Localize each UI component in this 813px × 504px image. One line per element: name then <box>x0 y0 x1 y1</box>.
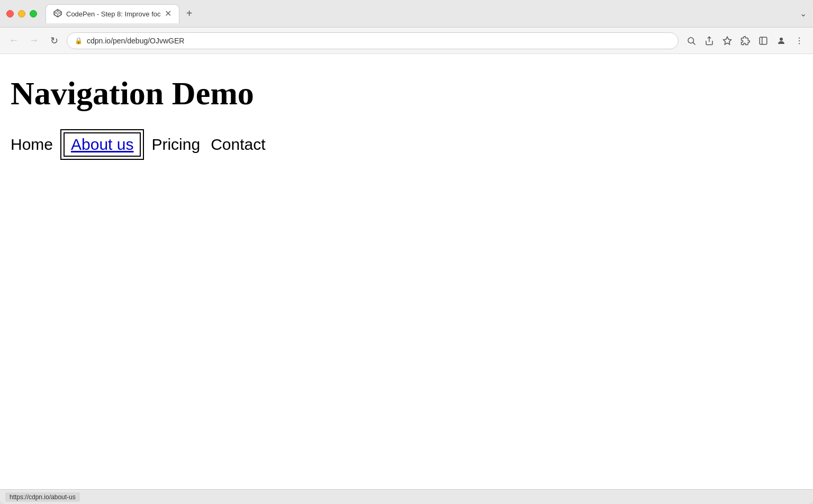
address-bar: ← → ↻ 🔒 cdpn.io/pen/debug/OJvwGER <box>0 28 813 54</box>
nav-list: Home About us Pricing Contact <box>11 132 802 157</box>
minimize-button[interactable] <box>18 10 25 17</box>
active-tab[interactable]: CodePen - Step 8: Improve foc ✕ <box>46 4 179 23</box>
sidebar-icon[interactable] <box>756 33 771 48</box>
nav-item-home: Home <box>11 136 53 154</box>
status-url: https://cdpn.io/about-us <box>5 492 80 502</box>
share-icon[interactable] <box>702 33 717 48</box>
forward-button[interactable]: → <box>26 33 41 48</box>
nav-link-pricing[interactable]: Pricing <box>151 136 200 153</box>
page-title: Navigation Demo <box>11 75 802 111</box>
nav-item-pricing: Pricing <box>151 136 200 154</box>
lock-icon: 🔒 <box>75 37 83 44</box>
svg-point-16 <box>799 40 800 41</box>
svg-point-8 <box>688 38 694 43</box>
tab-title: CodePen - Step 8: Improve foc <box>66 10 160 18</box>
svg-point-15 <box>799 37 800 38</box>
profile-icon[interactable] <box>774 33 789 48</box>
browser-window: CodePen - Step 8: Improve foc ✕ + ⌄ ← → … <box>0 0 813 504</box>
svg-marker-1 <box>56 12 60 14</box>
page-content: Navigation Demo Home About us Pricing Co… <box>0 54 813 489</box>
maximize-button[interactable] <box>30 10 37 17</box>
traffic-lights <box>6 10 37 17</box>
codepen-tab-icon <box>53 9 62 19</box>
svg-marker-11 <box>724 37 731 44</box>
extensions-icon[interactable] <box>738 33 753 48</box>
svg-line-9 <box>693 42 695 44</box>
close-button[interactable] <box>6 10 14 17</box>
url-text: cdpn.io/pen/debug/OJvwGER <box>87 37 671 45</box>
svg-point-17 <box>799 43 800 44</box>
search-icon[interactable] <box>684 33 699 48</box>
nav-link-about[interactable]: About us <box>71 136 133 153</box>
tab-close-button[interactable]: ✕ <box>165 10 171 18</box>
svg-rect-12 <box>760 37 767 44</box>
title-bar: CodePen - Step 8: Improve foc ✕ + ⌄ <box>0 0 813 28</box>
nav-link-home[interactable]: Home <box>11 136 53 153</box>
toolbar-icons <box>684 33 807 48</box>
bookmark-icon[interactable] <box>720 33 735 48</box>
new-tab-button[interactable]: + <box>182 6 196 21</box>
address-field[interactable]: 🔒 cdpn.io/pen/debug/OJvwGER <box>67 32 679 49</box>
back-button[interactable]: ← <box>6 33 21 48</box>
main-navigation: Home About us Pricing Contact <box>11 132 802 157</box>
tab-bar: CodePen - Step 8: Improve foc ✕ + ⌄ <box>46 4 807 23</box>
nav-item-contact: Contact <box>211 136 265 154</box>
status-bar: https://cdpn.io/about-us <box>0 489 813 504</box>
nav-link-contact[interactable]: Contact <box>211 136 265 153</box>
tab-chevron-icon[interactable]: ⌄ <box>800 8 807 19</box>
reload-button[interactable]: ↻ <box>47 33 61 48</box>
svg-point-14 <box>780 38 783 41</box>
nav-item-about: About us <box>64 132 141 157</box>
more-menu-icon[interactable] <box>792 33 807 48</box>
